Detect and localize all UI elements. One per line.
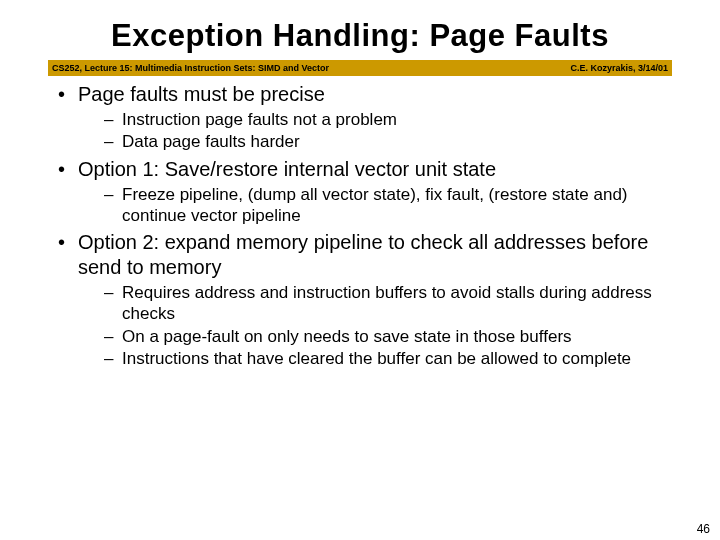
sub-item: Data page faults harder <box>108 131 680 152</box>
slide-title: Exception Handling: Page Faults <box>0 0 720 60</box>
bullet-item: Page faults must be precise Instruction … <box>62 82 680 153</box>
sub-item: Requires address and instruction buffers… <box>108 282 680 325</box>
bullet-text: Page faults must be precise <box>78 83 325 105</box>
bullet-text: Option 2: expand memory pipeline to chec… <box>78 231 648 278</box>
bullet-item: Option 2: expand memory pipeline to chec… <box>62 230 680 369</box>
content: Page faults must be precise Instruction … <box>0 82 720 369</box>
header-bar: CS252, Lecture 15: Multimedia Instructio… <box>48 60 672 76</box>
slide: Exception Handling: Page Faults CS252, L… <box>0 0 720 540</box>
sub-list: Instruction page faults not a problem Da… <box>78 109 680 153</box>
bullet-list: Page faults must be precise Instruction … <box>40 82 680 369</box>
sub-item: Freeze pipeline, (dump all vector state)… <box>108 184 680 227</box>
sub-list: Requires address and instruction buffers… <box>78 282 680 369</box>
bar-right: C.E. Kozyrakis, 3/14/01 <box>570 63 668 73</box>
bullet-text: Option 1: Save/restore internal vector u… <box>78 158 496 180</box>
sub-item: Instructions that have cleared the buffe… <box>108 348 680 369</box>
sub-list: Freeze pipeline, (dump all vector state)… <box>78 184 680 227</box>
sub-item: On a page-fault on only needs to save st… <box>108 326 680 347</box>
page-number: 46 <box>697 522 710 536</box>
sub-item: Instruction page faults not a problem <box>108 109 680 130</box>
bullet-item: Option 1: Save/restore internal vector u… <box>62 157 680 227</box>
bar-left: CS252, Lecture 15: Multimedia Instructio… <box>52 63 329 73</box>
